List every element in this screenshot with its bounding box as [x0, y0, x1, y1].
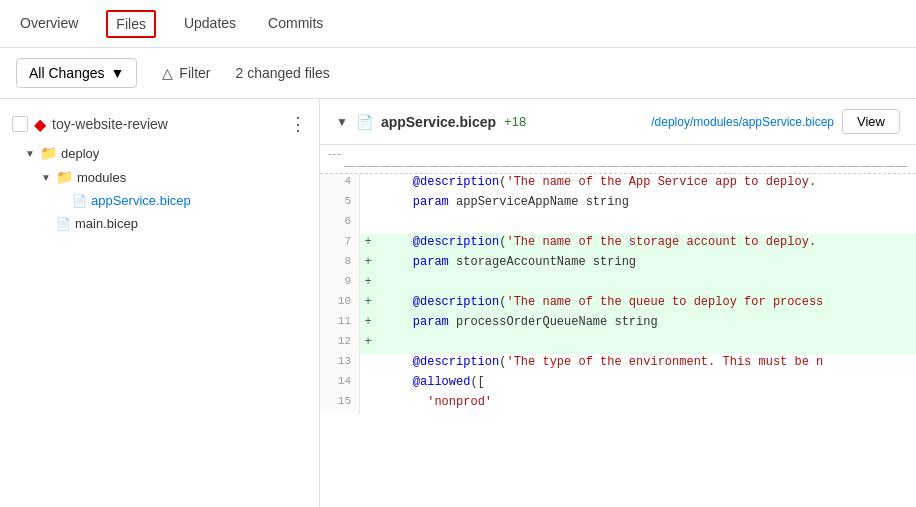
toolbar: All Changes ▼ △ Filter 2 changed files — [0, 48, 916, 99]
all-changes-label: All Changes — [29, 65, 105, 81]
tree-folder-deploy[interactable]: ▼ 📁 deploy — [0, 141, 319, 165]
view-button[interactable]: View — [842, 109, 900, 134]
file-header: ▼ 📄 appService.bicep +18 /deploy/modules… — [320, 99, 916, 145]
folder-modules-label: modules — [77, 170, 126, 185]
tab-overview[interactable]: Overview — [16, 3, 82, 45]
separator-dots: --- — [328, 147, 342, 159]
file-header-left: ▼ 📄 appService.bicep +18 — [336, 114, 643, 130]
tab-files[interactable]: Files — [106, 10, 156, 38]
chevron-down-icon: ▼ — [24, 148, 36, 159]
more-options-icon[interactable]: ⋮ — [289, 113, 307, 135]
folder-icon: 📁 — [40, 145, 57, 161]
diff-line-added: 8 + param storageAccountName string — [320, 254, 916, 274]
folder-deploy-label: deploy — [61, 146, 99, 161]
filter-label: Filter — [179, 65, 210, 81]
tree-root[interactable]: ◆ toy-website-review ⋮ — [0, 107, 319, 141]
diamond-icon: ◆ — [34, 115, 46, 134]
diff-line-added: 7 + @description('The name of the storag… — [320, 234, 916, 254]
code-panel: ▼ 📄 appService.bicep +18 /deploy/modules… — [320, 99, 916, 507]
chevron-down-icon: ▼ — [111, 65, 125, 81]
diff-line-added: 9 + — [320, 274, 916, 294]
filter-icon: △ — [162, 65, 173, 81]
file-tree: ◆ toy-website-review ⋮ ▼ 📁 deploy ▼ 📁 mo… — [0, 99, 320, 507]
root-checkbox[interactable] — [12, 116, 28, 132]
file-added-count: +18 — [504, 114, 526, 129]
file-main-label: main.bicep — [75, 216, 138, 231]
diff-line-added: 11 + param processOrderQueueName string — [320, 314, 916, 334]
chevron-down-icon: ▼ — [40, 172, 52, 183]
main-layout: ◆ toy-website-review ⋮ ▼ 📁 deploy ▼ 📁 mo… — [0, 99, 916, 507]
tab-commits[interactable]: Commits — [264, 3, 327, 45]
file-appservice-label: appService.bicep — [91, 193, 191, 208]
diff-line-added: 10 + @description('The name of the queue… — [320, 294, 916, 314]
file-path: /deploy/modules/appService.bicep — [651, 115, 834, 129]
code-diff-area: 4 @description('The name of the App Serv… — [320, 174, 916, 414]
diff-line-added: 12 + — [320, 334, 916, 354]
diff-line: 14 @allowed([ — [320, 374, 916, 394]
tab-updates[interactable]: Updates — [180, 3, 240, 45]
tree-file-appservice[interactable]: 📄 appService.bicep — [0, 189, 319, 212]
tree-folder-modules[interactable]: ▼ 📁 modules — [0, 165, 319, 189]
filter-button[interactable]: △ Filter — [149, 58, 223, 88]
diff-line: 5 param appServiceAppName string — [320, 194, 916, 214]
diff-separator: --- ————————————————————————————————————… — [320, 145, 916, 174]
file-name: appService.bicep — [381, 114, 496, 130]
collapse-icon[interactable]: ▼ — [336, 115, 348, 129]
diff-line: 15 'nonprod' — [320, 394, 916, 414]
file-doc-icon: 📄 — [356, 114, 373, 130]
diff-line: 4 @description('The name of the App Serv… — [320, 174, 916, 194]
changed-files-count: 2 changed files — [235, 65, 329, 81]
diff-line: 6 — [320, 214, 916, 234]
repo-label: toy-website-review — [52, 116, 283, 132]
diff-line: 13 @description('The type of the environ… — [320, 354, 916, 374]
folder-icon: 📁 — [56, 169, 73, 185]
top-nav: Overview Files Updates Commits — [0, 0, 916, 48]
file-icon: 📄 — [72, 194, 87, 208]
all-changes-dropdown[interactable]: All Changes ▼ — [16, 58, 137, 88]
tree-file-main[interactable]: 📄 main.bicep — [0, 212, 319, 235]
file-icon: 📄 — [56, 217, 71, 231]
